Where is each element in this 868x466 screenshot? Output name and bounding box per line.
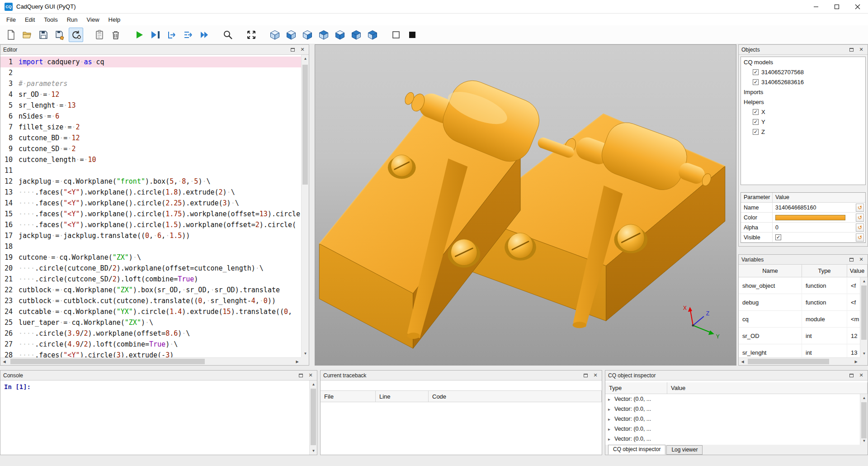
objects-close-button[interactable]: ✕: [858, 46, 865, 53]
checkbox-3140652707568[interactable]: ✓: [753, 69, 759, 75]
view-wireframe-button[interactable]: [389, 28, 403, 42]
code-line-1[interactable]: 1import·cadquery·as·cq: [0, 57, 301, 67]
save-as-button[interactable]: [52, 28, 67, 42]
scroll-left-arrow[interactable]: ◀: [0, 358, 8, 365]
tree-item-cq-models[interactable]: CQ models: [741, 57, 865, 67]
open-file-button[interactable]: [20, 28, 34, 42]
code-line-2[interactable]: 2: [0, 67, 301, 78]
code-line-15[interactable]: 15····.faces("<Y").workplane().circle(1.…: [0, 209, 301, 219]
expand-icon[interactable]: ▸: [608, 397, 613, 402]
inspector-row-4[interactable]: ▸Vector: (0.0, ...: [605, 424, 868, 434]
tab-cq-object-inspector[interactable]: CQ object inspector: [608, 445, 665, 455]
maximize-button[interactable]: [826, 0, 847, 14]
code-line-8[interactable]: 8cutcone_BD·=·12: [0, 133, 301, 143]
menu-tools[interactable]: Tools: [39, 14, 62, 25]
tree-item-imports[interactable]: Imports: [741, 87, 865, 97]
traceback-float-button[interactable]: [582, 372, 589, 379]
autoreload-button[interactable]: [69, 28, 83, 42]
variables-horizontal-scrollbar[interactable]: ◀ ▶: [739, 357, 860, 365]
scrollbar-thumb[interactable]: [10, 359, 205, 364]
scrollbar-thumb[interactable]: [302, 65, 308, 185]
code-line-25[interactable]: 25luer_taper·=·cq.Workplane("ZX")·\: [0, 317, 301, 328]
menu-view[interactable]: View: [82, 14, 104, 25]
code-line-13[interactable]: 13····.faces("<Y").workplane().circle(1.…: [0, 187, 301, 198]
clear-console-button[interactable]: [92, 28, 107, 42]
menu-file[interactable]: File: [2, 14, 20, 25]
scrollbar-thumb[interactable]: [748, 359, 829, 364]
save-button[interactable]: [36, 28, 51, 42]
expand-icon[interactable]: ▸: [608, 407, 613, 412]
tree-item-3140652683616[interactable]: ✓3140652683616: [741, 77, 865, 87]
inspector-vertical-scrollbar[interactable]: ▲ ▼: [860, 394, 868, 445]
editor-float-button[interactable]: [289, 46, 296, 53]
view-left-button[interactable]: [349, 28, 363, 42]
code-line-14[interactable]: 14····.faces("<Y").workplane().circle(2.…: [0, 198, 301, 209]
tree-item-z[interactable]: ✓Z: [741, 127, 865, 137]
console-area[interactable]: In [1]: ▲ ▼: [0, 380, 317, 455]
reset-button[interactable]: ↺: [856, 204, 864, 212]
expand-icon[interactable]: ▸: [608, 417, 613, 422]
checkbox-x[interactable]: ✓: [753, 109, 759, 115]
view-shaded-button[interactable]: [405, 28, 420, 42]
traceback-close-button[interactable]: ✕: [592, 372, 599, 379]
variable-row-cq[interactable]: cqmodule<m: [739, 311, 868, 328]
code-line-12[interactable]: 12jackplug·=·cq.Workplane("front").box(5…: [0, 176, 301, 187]
reset-button[interactable]: ↺: [856, 233, 864, 242]
view-iso-button[interactable]: [268, 28, 282, 42]
code-line-27[interactable]: 27····.circle(4.9/2).loft(combine=True)·…: [0, 339, 301, 350]
scroll-left-arrow[interactable]: ◀: [739, 358, 746, 365]
console-close-button[interactable]: ✕: [307, 372, 314, 379]
step-button[interactable]: [165, 28, 179, 42]
checkbox-3140652683616[interactable]: ✓: [753, 79, 759, 85]
scroll-up-arrow[interactable]: ▲: [302, 55, 309, 62]
minimize-button[interactable]: [806, 0, 826, 14]
console-float-button[interactable]: [297, 372, 304, 379]
code-line-7[interactable]: 7fillet_size·=·2: [0, 122, 301, 133]
code-line-11[interactable]: 11: [0, 165, 301, 176]
code-line-3[interactable]: 3#·parameters: [0, 78, 301, 89]
menu-edit[interactable]: Edit: [20, 14, 39, 25]
inspector-row-1[interactable]: ▸Vector: (0.0, ...: [605, 394, 868, 404]
color-swatch[interactable]: [775, 215, 845, 220]
scroll-up-arrow[interactable]: ▲: [310, 380, 317, 388]
inspector-float-button[interactable]: [848, 372, 855, 379]
menu-run[interactable]: Run: [62, 14, 82, 25]
variable-row-show-object[interactable]: show_objectfunction<f: [739, 277, 868, 294]
variable-row-sr-od[interactable]: sr_ODint12: [739, 328, 868, 344]
scroll-down-arrow[interactable]: ▼: [860, 437, 868, 445]
editor-horizontal-scrollbar[interactable]: ◀ ▶: [0, 357, 301, 365]
menu-help[interactable]: Help: [104, 14, 125, 25]
scrollbar-thumb[interactable]: [311, 389, 316, 445]
delete-button[interactable]: [108, 28, 123, 42]
code-line-22[interactable]: 22cutblock·=·cq.Workplane("ZX").box(sr_O…: [0, 285, 301, 295]
view-front-button[interactable]: [284, 28, 298, 42]
code-line-16[interactable]: 16····.faces("<Y").workplane().circle(1.…: [0, 219, 301, 230]
inspector-close-button[interactable]: ✕: [858, 372, 865, 379]
fit-view-button[interactable]: [221, 28, 235, 42]
reset-button[interactable]: ↺: [856, 223, 864, 232]
code-line-18[interactable]: 18: [0, 241, 301, 252]
scroll-right-arrow[interactable]: ▶: [852, 358, 860, 365]
scroll-up-arrow[interactable]: ▲: [860, 394, 868, 402]
tree-item-x[interactable]: ✓X: [741, 107, 865, 117]
scrollbar-thumb[interactable]: [861, 285, 867, 340]
view-right-button[interactable]: [365, 28, 380, 42]
inspector-row-2[interactable]: ▸Vector: (0.0, ...: [605, 404, 868, 414]
code-line-24[interactable]: 24cutcable·=·cq.Workplane("YX").circle(1…: [0, 306, 301, 317]
code-line-9[interactable]: 9cutcone_SD·=·2: [0, 143, 301, 154]
code-line-20[interactable]: 20····.circle(cutcone_BD/2).workplane(of…: [0, 263, 301, 274]
console-vertical-scrollbar[interactable]: ▲ ▼: [309, 380, 317, 455]
tab-log-viewer[interactable]: Log viewer: [666, 445, 703, 455]
new-file-button[interactable]: [4, 28, 18, 42]
variables-vertical-scrollbar[interactable]: ▲ ▼: [860, 277, 868, 357]
visible-checkbox[interactable]: ✓: [775, 234, 781, 240]
code-editor[interactable]: 1import·cadquery·as·cq23#·parameters4sr_…: [0, 55, 309, 365]
code-line-4[interactable]: 4sr_OD·=·12: [0, 89, 301, 100]
continue-button[interactable]: [197, 28, 212, 42]
tree-item-helpers[interactable]: Helpers: [741, 97, 865, 107]
editor-vertical-scrollbar[interactable]: ▲ ▼: [301, 55, 309, 357]
code-line-21[interactable]: 21····.circle(cutcone_SD/2).loft(combine…: [0, 274, 301, 285]
variable-row-debug[interactable]: debugfunction<f: [739, 294, 868, 311]
debug-button[interactable]: [148, 28, 163, 42]
variables-close-button[interactable]: ✕: [858, 256, 865, 263]
